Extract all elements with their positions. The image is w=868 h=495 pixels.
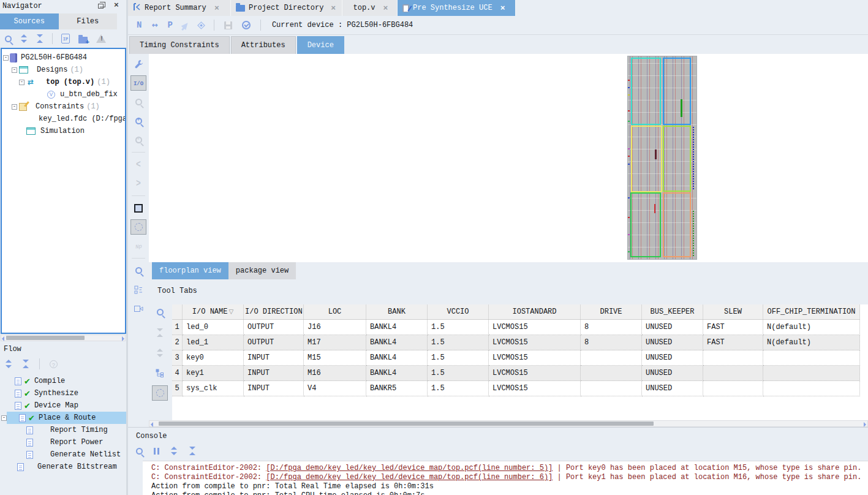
table-collapse-button[interactable] <box>152 325 168 340</box>
pin-assign-icon[interactable] <box>167 20 172 30</box>
table-cell[interactable]: INPUT <box>244 381 304 396</box>
table-cell[interactable]: BANKL4 <box>366 350 428 366</box>
table-cell[interactable]: 8 <box>581 335 642 350</box>
table-cell[interactable]: LVCMOS15 <box>489 381 581 396</box>
table-cell[interactable]: OUTPUT <box>244 335 304 350</box>
validate-icon[interactable] <box>242 21 251 29</box>
table-cell[interactable]: led_0 <box>183 320 244 335</box>
tab-package-view[interactable]: package view <box>228 262 296 279</box>
table-group-button[interactable] <box>152 365 168 380</box>
collapse-all-icon[interactable] <box>189 447 196 455</box>
tab-attributes[interactable]: Attributes <box>231 36 296 54</box>
table-cell[interactable]: 1.5 <box>428 381 489 396</box>
row-number-cell[interactable]: 4 <box>172 366 183 381</box>
flow-step-place-route[interactable]: Place & Route <box>0 412 126 424</box>
search-icon[interactable] <box>5 36 12 42</box>
tree-item-top-top-v[interactable]: top (top.v)(1) <box>2 76 125 88</box>
doc-tab-pre-synthesize-uce[interactable]: Pre Synthesize UCE <box>398 0 516 16</box>
table-expand-button[interactable] <box>152 345 168 360</box>
table-cell[interactable]: J16 <box>304 320 366 335</box>
table-cell[interactable]: 1.5 <box>428 350 489 366</box>
set-io-width-icon[interactable] <box>151 21 157 30</box>
close-icon[interactable] <box>499 4 507 13</box>
zoom-in-button[interactable]: + <box>130 113 146 129</box>
tab-floorplan-view[interactable]: floorplan view <box>152 262 228 279</box>
tree-item-designs[interactable]: Designs(1) <box>2 64 125 76</box>
table-cell[interactable]: OUTPUT <box>244 320 304 335</box>
table-cell[interactable]: BANKL4 <box>366 366 428 381</box>
ip-catalog-icon[interactable] <box>61 34 70 43</box>
table-row[interactable]: 2led_1OUTPUTM17BANKL41.5LVCMOS158UNUSEDF… <box>172 335 868 350</box>
table-cell[interactable] <box>581 350 642 366</box>
table-cell[interactable]: LVCMOS15 <box>489 335 581 350</box>
tab-timing-constraints[interactable]: Timing Constraints <box>129 36 230 54</box>
flow-step-body[interactable]: Place & Route <box>7 412 126 424</box>
column-header-off-chip-termination[interactable]: OFF_CHIP_TERMINATION <box>763 304 860 320</box>
floorplan-chip[interactable] <box>628 56 696 259</box>
scrollbar-thumb[interactable] <box>159 421 654 426</box>
expand-all-icon[interactable] <box>20 34 28 43</box>
table-row[interactable]: 5sys_clkINPUTV4BANKR51.5LVCMOS15UNUSED <box>172 381 868 396</box>
table-cell[interactable] <box>763 350 860 366</box>
table-cell[interactable]: UNUSED <box>642 335 703 350</box>
floorplan-region-bank-bottom-left[interactable] <box>630 192 661 257</box>
flow-step-body[interactable]: Compile <box>7 375 126 387</box>
table-cell[interactable]: UNUSED <box>642 381 703 396</box>
table-cell[interactable] <box>703 350 763 366</box>
zoom-region-button[interactable] <box>130 94 146 110</box>
doc-tab-top-v[interactable]: top.v <box>342 0 398 16</box>
column-header-drive[interactable]: DRIVE <box>581 304 642 320</box>
table-cell[interactable] <box>703 366 763 381</box>
floorplan-region-bank-top-left[interactable] <box>631 58 661 125</box>
pause-icon[interactable] <box>154 448 159 455</box>
column-header-slew[interactable]: SLEW <box>703 304 763 320</box>
snapshot-button[interactable] <box>130 301 146 316</box>
table-cell[interactable]: N(default) <box>763 320 860 335</box>
column-header-i-o-direction[interactable]: I/O DIRECTION <box>244 304 304 320</box>
table-cell[interactable]: sys_clk <box>183 381 244 396</box>
table-cell[interactable]: led_1 <box>183 335 244 350</box>
hierarchy-button[interactable] <box>130 282 146 297</box>
flow-step-synthesize[interactable]: Synthesize <box>0 387 126 399</box>
tree-expander-icon[interactable] <box>19 80 25 85</box>
flow-step-generate-netlist[interactable]: Generate Netlist <box>0 448 126 461</box>
rectangle-select-button[interactable] <box>130 200 146 216</box>
sort-filter-icon[interactable] <box>228 308 233 315</box>
table-cell[interactable]: M15 <box>304 350 366 366</box>
table-cell[interactable] <box>581 366 642 381</box>
table-cell[interactable]: INPUT <box>244 350 304 366</box>
tree-item-constraints[interactable]: Constraints(1) <box>2 100 125 113</box>
floorplan-region-bank-bottom-right[interactable] <box>663 192 691 257</box>
placement-icon[interactable] <box>197 21 205 29</box>
zoom-out-button[interactable]: - <box>130 132 146 148</box>
scroll-left-icon[interactable] <box>2 336 4 341</box>
scrollbar-thumb[interactable] <box>6 336 85 340</box>
flow-step-body[interactable]: Report Power <box>7 436 126 448</box>
table-cell[interactable]: BANKL4 <box>366 335 428 350</box>
doc-tab-report-summary[interactable]: Report Summary <box>128 0 231 16</box>
table-cell[interactable]: 8 <box>581 320 642 335</box>
table-cell[interactable]: M16 <box>304 366 366 381</box>
table-cell[interactable]: key1 <box>183 366 244 381</box>
table-cell[interactable]: LVCMOS15 <box>489 350 581 366</box>
search-icon[interactable] <box>136 448 143 455</box>
circle-select-button[interactable] <box>130 219 146 235</box>
doc-tab-project-directory[interactable]: Project Directory <box>231 0 342 16</box>
table-search-button[interactable] <box>152 304 168 320</box>
tab-device[interactable]: Device <box>297 36 344 54</box>
warning-icon[interactable] <box>96 34 106 43</box>
find-button[interactable] <box>130 263 146 278</box>
select-cursor-icon[interactable] <box>181 21 191 30</box>
tab-files[interactable]: Files <box>59 13 118 29</box>
forward-button[interactable] <box>130 176 146 191</box>
table-cell[interactable]: LVCMOS15 <box>489 320 581 335</box>
floorplan-region-bank-mid-left[interactable] <box>631 126 662 192</box>
tree-item-pg2l50h-6fbg484[interactable]: PG2L50H-6FBG484 <box>2 51 125 64</box>
tree-expander-icon[interactable] <box>3 55 9 61</box>
floorplan-region-bank-top-right[interactable] <box>663 58 691 125</box>
table-cell[interactable]: INPUT <box>244 366 304 381</box>
expand-all-icon[interactable] <box>5 360 12 368</box>
flow-step-body[interactable]: Generate Netlist <box>7 448 126 461</box>
floorplan-canvas[interactable] <box>149 54 868 262</box>
column-header-iostandard[interactable]: IOSTANDARD <box>489 304 581 320</box>
